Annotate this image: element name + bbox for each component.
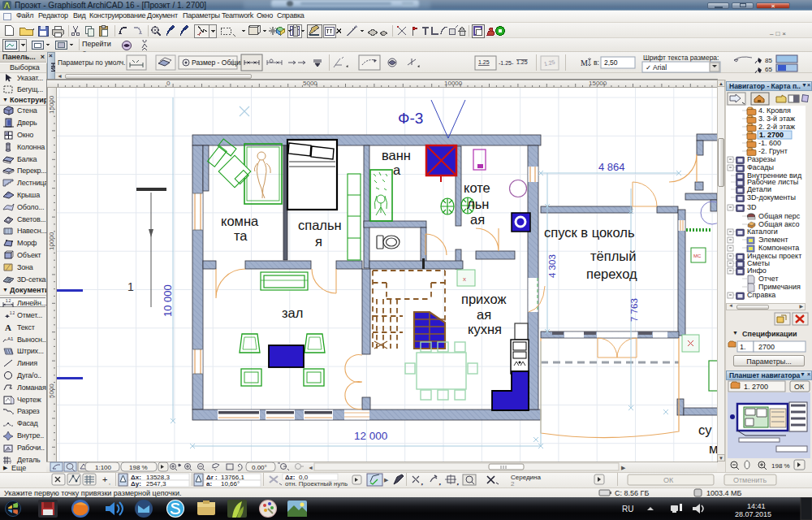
svg-text:-1.25-: -1.25- [499,60,514,66]
svg-text:Разрезы: Разрезы [747,155,775,163]
svg-text:+: + [102,474,107,484]
svg-text:комна: комна [221,214,259,228]
svg-text:м: м [709,441,717,456]
svg-text:Фасады: Фасады [747,163,774,171]
svg-text:су: су [698,422,712,437]
svg-text:С: 8.56 ГБ: С: 8.56 ГБ [615,489,649,497]
svg-text:1.2: 1.2 [10,311,15,315]
svg-text:2,50: 2,50 [604,58,618,67]
svg-text:1: 1 [127,280,134,293]
svg-text:ОК: ОК [794,383,805,391]
svg-text:-1. 600: -1. 600 [758,139,781,147]
svg-text:3D-документы: 3D-документы [747,193,796,202]
svg-text:,: , [421,480,423,485]
svg-text:Параметры по умолч.: Параметры по умолч. [58,58,125,67]
svg-text:Справка: Справка [747,291,775,299]
svg-text:1. 2700: 1. 2700 [759,131,784,139]
svg-text:,: , [439,480,441,485]
svg-text:2547,3: 2547,3 [146,480,166,488]
svg-text:,: , [457,480,459,485]
svg-text:A1: A1 [7,336,14,341]
svg-text:спальн: спальн [298,218,342,232]
svg-text:1003.4 МБ: 1003.4 МБ [706,489,742,497]
svg-text:Детали: Детали [747,185,771,193]
svg-text:2700: 2700 [758,343,775,351]
svg-text:ОК: ОК [663,476,674,484]
svg-text:Отменить: Отменить [733,476,767,484]
svg-text:Шрифт текста размера:: Шрифт текста размера: [643,54,719,62]
svg-text:0: 0 [166,80,171,87]
svg-text:спуск в цоколь: спуск в цоколь [544,225,635,240]
svg-text:2: 2 [511,480,515,488]
svg-text:ая: ая [470,212,485,227]
svg-text:4. Кровля: 4. Кровля [758,106,791,115]
svg-text:0.00°: 0.00° [252,464,267,471]
svg-text:Компонента: Компонента [758,244,799,252]
svg-text:x: x [463,275,466,283]
svg-text:Общая перс: Общая перс [758,212,801,220]
svg-text:✓ Arial: ✓ Arial [646,63,667,72]
svg-text:та: та [234,228,248,243]
svg-text:A: A [5,323,11,332]
svg-text:85: 85 [765,57,772,64]
svg-text:1. 2700: 1. 2700 [744,383,768,391]
svg-text:1.25: 1.25 [516,59,528,65]
svg-text:1.2: 1.2 [6,299,11,303]
svg-text:◄: ◄ [308,465,313,470]
svg-text:ванн: ванн [382,148,411,162]
svg-text:Отчет: Отчет [758,275,779,283]
svg-text:10,66°: 10,66° [221,480,240,488]
svg-text:▶: ▶ [384,477,389,483]
svg-text:я: я [315,234,322,249]
svg-text:5000: 5000 [48,384,55,398]
svg-text:1.: 1. [740,343,746,351]
svg-text:12 000: 12 000 [354,430,387,442]
svg-text:1.25: 1.25 [478,59,490,65]
svg-text:Элемент: Элемент [758,236,788,244]
svg-text:в:: в: [594,58,599,67]
svg-text:198 %: 198 % [129,464,148,471]
svg-text:Примечания: Примечания [758,283,801,291]
svg-text:-2. Грунт: -2. Грунт [758,147,788,155]
svg-text:RU: RU [622,505,633,514]
svg-text:отн. Проектный нуль: отн. Проектный нуль [285,480,348,488]
svg-text:Каталоги: Каталоги [747,228,778,236]
svg-text:7 763: 7 763 [629,298,639,322]
svg-text:5000: 5000 [303,80,317,87]
svg-text:15000: 15000 [48,95,55,114]
svg-text:коте: коте [464,180,490,195]
svg-text:МС: МС [693,254,702,258]
svg-text:10 000: 10 000 [162,284,174,317]
svg-text:кухня: кухня [468,322,502,336]
svg-text:ая: ая [477,307,491,322]
svg-text:а: а [393,162,401,177]
svg-text:Ф-3: Ф-3 [398,110,423,127]
svg-text:зал: зал [282,306,303,320]
svg-text:Размер - Общий: Размер - Общий [192,58,244,67]
svg-text:65: 65 [765,66,772,73]
svg-text:15000: 15000 [589,80,607,87]
svg-text:4 864: 4 864 [598,161,625,173]
svg-text:198 %: 198 % [771,462,790,470]
svg-text:10000: 10000 [48,232,55,250]
svg-text:M: M [581,58,588,67]
svg-text:1:100: 1:100 [95,464,112,471]
svg-text:a:: a: [206,480,212,488]
svg-text:тёплый: тёплый [590,249,636,263]
svg-text:Δy:: Δy: [131,480,141,488]
svg-text:Инфо: Инфо [747,266,767,275]
svg-text:льн: льн [467,197,489,211]
svg-text:2. 2-й этаж: 2. 2-й этаж [758,123,795,131]
svg-text:28.07.2015: 28.07.2015 [735,510,771,518]
svg-text:3D: 3D [747,203,757,211]
svg-text:переход: переход [586,266,637,281]
svg-text:10000: 10000 [444,80,463,87]
svg-text:14:41: 14:41 [747,502,766,510]
svg-text:4 303: 4 303 [547,254,557,278]
svg-text:▶: ▶ [621,465,626,470]
svg-text:,: , [109,479,110,485]
svg-text:Середина: Середина [511,474,542,481]
svg-text:прихож: прихож [461,292,506,306]
svg-text:3. 3-й этаж: 3. 3-й этаж [758,115,795,123]
